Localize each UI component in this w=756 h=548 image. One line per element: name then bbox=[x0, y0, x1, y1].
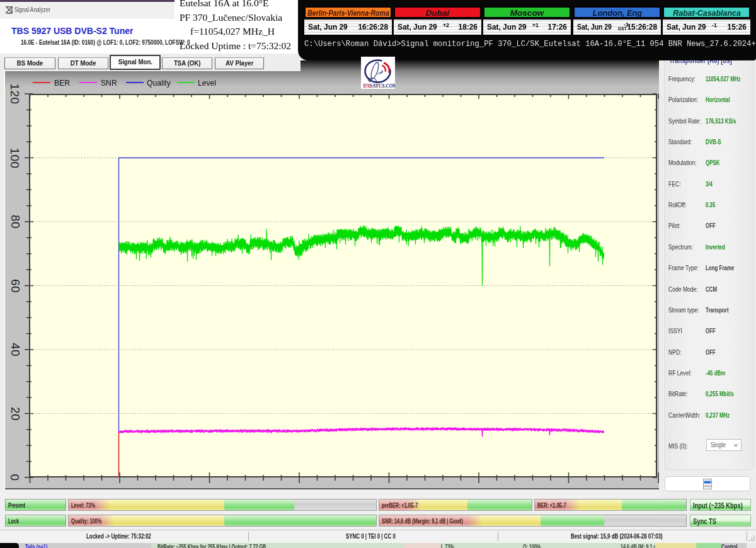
svg-text:SATCS.COM: SATCS.COM bbox=[370, 83, 395, 89]
